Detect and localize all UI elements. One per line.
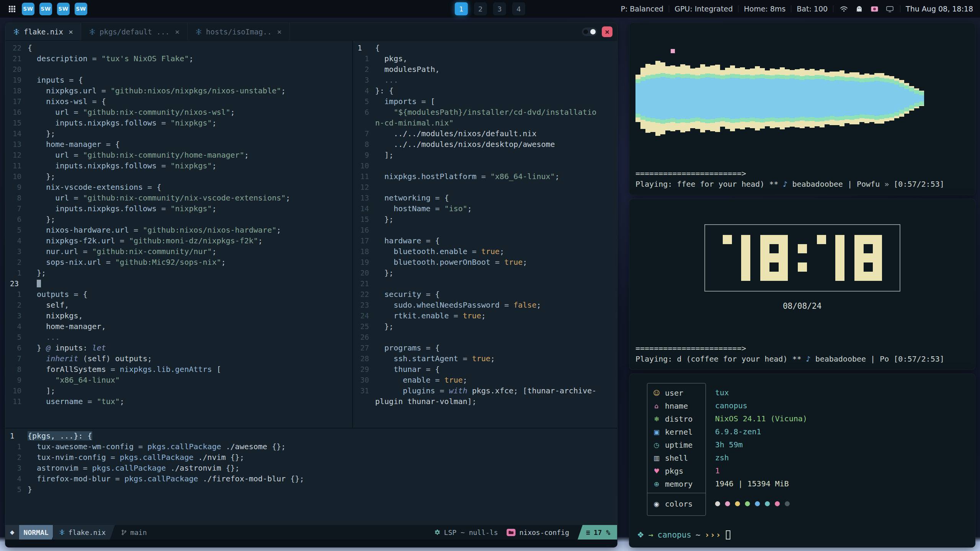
line-number: 27 xyxy=(353,342,375,353)
code-line: 24 rtkit.enable = true; xyxy=(353,310,617,321)
line-number: 20 xyxy=(5,64,28,75)
line-number: 1 xyxy=(353,42,375,53)
line-number: 14 xyxy=(353,203,375,214)
code-line: 11 inputs.nixpkgs.follows = "nixpkgs"; xyxy=(5,160,352,171)
line-number: 23 xyxy=(353,300,375,310)
code-line: 31 plugins = with pkgs.xfce; [thunar-arc… xyxy=(353,385,617,396)
pinned-app-button-2[interactable]: SW xyxy=(39,3,52,15)
fetch-colors-row: ◉ colors xyxy=(647,496,706,512)
visualizer-column xyxy=(815,70,820,126)
code-line: 1 pkgs, xyxy=(353,53,617,64)
pinned-app-button-1[interactable]: SW xyxy=(22,3,34,15)
uptime-icon: ◷ xyxy=(653,441,660,449)
line-number: 1 xyxy=(5,430,28,441)
tab-pkgs-default[interactable]: pkgs/default ... × xyxy=(81,23,188,40)
wifi-icon[interactable] xyxy=(839,4,849,14)
code-line: plugin thunar-volman]; xyxy=(353,396,617,407)
code-line: 6 } @ inputs: let xyxy=(5,342,352,353)
color-swatch xyxy=(775,501,780,506)
clock-terminal-window[interactable]: 08/08/24 =======================> Playin… xyxy=(629,199,975,370)
line-number xyxy=(353,396,375,407)
right-pane-code[interactable]: 1{1 pkgs,2 modulesPath,3 ...4}: {5 impor… xyxy=(353,41,617,428)
user-icon: ☺ xyxy=(653,389,660,397)
visualizer-column xyxy=(780,67,785,129)
code-line: 21 xyxy=(353,278,617,289)
fetch-label-row: ♥pkgs xyxy=(647,465,706,478)
tab-close-icon[interactable]: × xyxy=(69,27,73,36)
project-label: nixos-config xyxy=(519,528,569,536)
visualizer-column xyxy=(914,88,919,108)
mode-label: NORMAL xyxy=(24,528,49,536)
code-line: 12 url = "github:nix-community/home-mana… xyxy=(5,150,352,160)
app-launcher-icon[interactable] xyxy=(7,4,17,14)
tag-4[interactable]: 4 xyxy=(512,2,525,15)
code-line: 5 nixos-hardware.url = "github:nixos/nix… xyxy=(5,225,352,235)
fetch-terminal-window[interactable]: ☺user⌂hname❄distro▣kernel◷uptime▥shell♥p… xyxy=(629,373,975,548)
kernel-icon: ▣ xyxy=(653,428,660,436)
tag-3[interactable]: 3 xyxy=(493,2,506,15)
line-number: 19 xyxy=(5,75,28,85)
distro-icon: ❄ xyxy=(653,415,660,423)
line-number: 6 xyxy=(5,214,28,225)
line-number: 19 xyxy=(353,257,375,267)
line-number: 3 xyxy=(5,246,28,257)
tab-close-icon[interactable]: × xyxy=(277,27,282,36)
editor-window[interactable]: flake.nix × pkgs/default ... × hosts/iso… xyxy=(5,23,617,548)
tag-1[interactable]: 1 xyxy=(455,2,468,15)
fetch-label: pkgs xyxy=(665,466,683,476)
fetch-box: ☺user⌂hname❄distro▣kernel◷uptime▥shell♥p… xyxy=(647,383,706,516)
tabline-controls: × xyxy=(582,23,617,40)
code-line: 9 nix-vscode-extensions = { xyxy=(5,182,352,192)
command-line[interactable] xyxy=(5,540,617,547)
visualizer-column xyxy=(645,64,650,133)
code-line: 4 nixpkgs-f2k.url = "github:moni-dz/nixp… xyxy=(5,235,352,246)
fetch-value-shell: zsh xyxy=(715,451,807,464)
topbar-right: P: Balanced GPU: Integrated Home: 8ms Ba… xyxy=(621,4,973,14)
prompt-chevrons: ››› xyxy=(705,530,722,540)
line-number: 10 xyxy=(5,385,28,396)
shell-prompt[interactable]: ❖ → canopus ~ ››› xyxy=(637,530,969,540)
line-number: 28 xyxy=(353,353,375,364)
visualizer-column xyxy=(640,68,645,129)
tray-icon[interactable] xyxy=(885,4,895,14)
window-close-button[interactable]: × xyxy=(602,26,612,37)
visualizer-column xyxy=(854,72,859,124)
bottom-pane-code[interactable]: 1{pkgs, ...}: {1 tux-awesome-wm-config =… xyxy=(5,428,617,525)
editor-splits: 22{21 description = "tux's NixOS Flake";… xyxy=(5,41,617,428)
line-number: 22 xyxy=(353,289,375,300)
fetch-label: kernel xyxy=(665,427,693,437)
visualizer-column xyxy=(700,64,705,132)
datetime-display[interactable]: Thu Aug 08, 18:18 xyxy=(906,5,973,13)
line-number: 22 xyxy=(5,42,28,53)
ghost-icon[interactable] xyxy=(854,4,864,14)
line-number: 11 xyxy=(353,171,375,182)
visualizer-column xyxy=(849,72,854,124)
screenshot-icon[interactable] xyxy=(869,4,879,14)
visualizer-column xyxy=(840,70,844,126)
code-line: 4 home-manager, xyxy=(5,321,352,332)
code-line: 19 inputs = { xyxy=(5,75,352,85)
tag-2[interactable]: 2 xyxy=(474,2,487,15)
divider xyxy=(900,5,900,12)
theme-toggle-button[interactable] xyxy=(582,28,597,36)
lines-icon: ≡ xyxy=(586,528,590,536)
code-line: 8 forAllSystems = nixpkgs.lib.genAttrs [ xyxy=(5,364,352,375)
fetch-label: user xyxy=(665,388,683,398)
visualizer-column xyxy=(874,73,879,124)
fetch-label: memory xyxy=(665,479,693,489)
song-progress-bar: =======================> xyxy=(635,343,969,354)
line-number: 5 xyxy=(5,332,28,342)
code-line: 7 inherit (self) outputs; xyxy=(5,353,352,364)
clock-digit xyxy=(723,235,750,281)
pinned-app-button-3[interactable]: SW xyxy=(57,3,70,15)
tab-flake-nix[interactable]: flake.nix × xyxy=(5,23,81,40)
left-pane-code[interactable]: 22{21 description = "tux's NixOS Flake";… xyxy=(5,41,353,428)
color-swatch xyxy=(715,501,720,506)
visualizer-column xyxy=(765,70,770,126)
visualizer-column xyxy=(710,65,715,131)
tab-hosts-isoimage[interactable]: hosts/isoImag.. × xyxy=(188,23,290,40)
tab-close-icon[interactable]: × xyxy=(175,27,180,36)
visualizer-terminal-window[interactable]: =======================> Playing: ffee f… xyxy=(629,23,975,195)
pinned-app-button-4[interactable]: SW xyxy=(75,3,87,15)
code-line: 29 thunar = { xyxy=(353,364,617,375)
